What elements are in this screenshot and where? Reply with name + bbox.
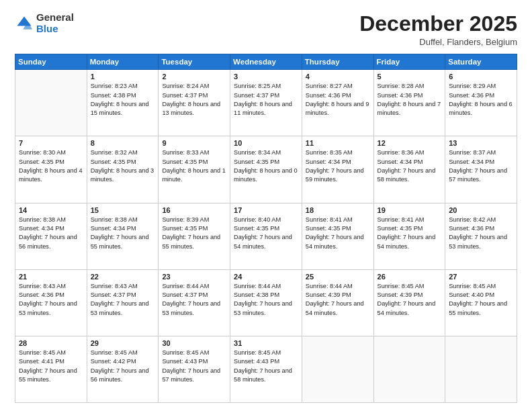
logo-blue-text: Blue	[36, 24, 74, 35]
day-info: Sunrise: 8:41 AM Sunset: 4:35 PM Dayligh…	[306, 216, 370, 251]
table-row: 13Sunrise: 8:37 AM Sunset: 4:34 PM Dayli…	[445, 136, 517, 203]
day-info: Sunrise: 8:33 AM Sunset: 4:35 PM Dayligh…	[162, 148, 226, 184]
table-row: 19Sunrise: 8:41 AM Sunset: 4:35 PM Dayli…	[373, 203, 445, 269]
table-row: 7Sunrise: 8:30 AM Sunset: 4:35 PM Daylig…	[15, 136, 87, 203]
col-tuesday: Tuesday	[159, 54, 230, 70]
day-number: 16	[162, 206, 226, 214]
day-info: Sunrise: 8:39 AM Sunset: 4:35 PM Dayligh…	[162, 216, 226, 251]
day-number: 15	[91, 206, 155, 214]
day-number: 24	[234, 273, 298, 281]
day-info: Sunrise: 8:35 AM Sunset: 4:34 PM Dayligh…	[306, 148, 370, 184]
table-row: 11Sunrise: 8:35 AM Sunset: 4:34 PM Dayli…	[302, 136, 373, 203]
table-row: 12Sunrise: 8:36 AM Sunset: 4:34 PM Dayli…	[373, 136, 445, 203]
table-row: 26Sunrise: 8:45 AM Sunset: 4:39 PM Dayli…	[373, 269, 445, 336]
table-row: 14Sunrise: 8:38 AM Sunset: 4:34 PM Dayli…	[15, 203, 87, 269]
day-number: 25	[306, 273, 370, 281]
day-number: 18	[306, 206, 370, 214]
day-number: 29	[91, 339, 155, 347]
day-number: 8	[91, 139, 155, 147]
table-row: 5Sunrise: 8:28 AM Sunset: 4:36 PM Daylig…	[373, 70, 445, 136]
table-row: 17Sunrise: 8:40 AM Sunset: 4:35 PM Dayli…	[230, 203, 302, 269]
day-info: Sunrise: 8:45 AM Sunset: 4:42 PM Dayligh…	[91, 349, 155, 384]
day-info: Sunrise: 8:45 AM Sunset: 4:43 PM Dayligh…	[234, 349, 298, 384]
day-number: 26	[378, 273, 442, 281]
table-row: 8Sunrise: 8:32 AM Sunset: 4:35 PM Daylig…	[87, 136, 159, 203]
day-number: 28	[19, 339, 83, 347]
table-row: 3Sunrise: 8:25 AM Sunset: 4:37 PM Daylig…	[230, 70, 302, 136]
table-row: 30Sunrise: 8:45 AM Sunset: 4:43 PM Dayli…	[159, 336, 230, 402]
table-row: 6Sunrise: 8:29 AM Sunset: 4:36 PM Daylig…	[445, 70, 517, 136]
day-number: 23	[162, 273, 226, 281]
table-row: 15Sunrise: 8:38 AM Sunset: 4:34 PM Dayli…	[87, 203, 159, 269]
day-info: Sunrise: 8:45 AM Sunset: 4:39 PM Dayligh…	[378, 282, 442, 318]
table-row: 20Sunrise: 8:42 AM Sunset: 4:36 PM Dayli…	[445, 203, 517, 269]
day-number: 14	[19, 206, 83, 214]
day-number: 31	[234, 339, 298, 347]
day-info: Sunrise: 8:30 AM Sunset: 4:35 PM Dayligh…	[19, 148, 83, 184]
day-info: Sunrise: 8:28 AM Sunset: 4:36 PM Dayligh…	[378, 82, 442, 118]
day-number: 19	[378, 206, 442, 214]
table-row	[15, 70, 87, 136]
page: General Blue December 2025 Duffel, Fland…	[0, 0, 532, 411]
logo-text: General Blue	[36, 12, 74, 34]
table-row: 23Sunrise: 8:44 AM Sunset: 4:37 PM Dayli…	[159, 269, 230, 336]
col-sunday: Sunday	[15, 54, 87, 70]
day-info: Sunrise: 8:43 AM Sunset: 4:36 PM Dayligh…	[19, 282, 83, 318]
day-info: Sunrise: 8:32 AM Sunset: 4:35 PM Dayligh…	[91, 148, 155, 184]
day-info: Sunrise: 8:34 AM Sunset: 4:35 PM Dayligh…	[234, 148, 298, 184]
table-row: 1Sunrise: 8:23 AM Sunset: 4:38 PM Daylig…	[87, 70, 159, 136]
day-number: 10	[234, 139, 298, 147]
logo: General Blue	[15, 12, 74, 34]
table-row: 27Sunrise: 8:45 AM Sunset: 4:40 PM Dayli…	[445, 269, 517, 336]
day-info: Sunrise: 8:27 AM Sunset: 4:36 PM Dayligh…	[306, 82, 370, 118]
col-friday: Friday	[373, 54, 445, 70]
day-info: Sunrise: 8:44 AM Sunset: 4:37 PM Dayligh…	[162, 282, 226, 318]
month-title: December 2025	[359, 12, 517, 36]
day-info: Sunrise: 8:24 AM Sunset: 4:37 PM Dayligh…	[162, 82, 226, 118]
day-info: Sunrise: 8:29 AM Sunset: 4:36 PM Dayligh…	[449, 82, 513, 118]
day-number: 2	[162, 73, 226, 81]
day-number: 20	[449, 206, 513, 214]
day-number: 21	[19, 273, 83, 281]
day-number: 9	[162, 139, 226, 147]
location: Duffel, Flanders, Belgium	[359, 37, 517, 47]
day-number: 17	[234, 206, 298, 214]
day-number: 5	[378, 73, 442, 81]
calendar-week-row: 28Sunrise: 8:45 AM Sunset: 4:41 PM Dayli…	[15, 336, 517, 402]
col-thursday: Thursday	[302, 54, 373, 70]
day-info: Sunrise: 8:38 AM Sunset: 4:34 PM Dayligh…	[19, 216, 83, 251]
day-number: 12	[378, 139, 442, 147]
header: General Blue December 2025 Duffel, Fland…	[15, 12, 517, 47]
table-row	[302, 336, 373, 402]
day-number: 1	[91, 73, 155, 81]
day-info: Sunrise: 8:42 AM Sunset: 4:36 PM Dayligh…	[449, 216, 513, 251]
day-info: Sunrise: 8:43 AM Sunset: 4:37 PM Dayligh…	[91, 282, 155, 318]
day-info: Sunrise: 8:45 AM Sunset: 4:40 PM Dayligh…	[449, 282, 513, 318]
table-row: 21Sunrise: 8:43 AM Sunset: 4:36 PM Dayli…	[15, 269, 87, 336]
day-info: Sunrise: 8:23 AM Sunset: 4:38 PM Dayligh…	[91, 82, 155, 118]
day-number: 22	[91, 273, 155, 281]
day-number: 3	[234, 73, 298, 81]
table-row: 2Sunrise: 8:24 AM Sunset: 4:37 PM Daylig…	[159, 70, 230, 136]
day-info: Sunrise: 8:44 AM Sunset: 4:38 PM Dayligh…	[234, 282, 298, 318]
calendar-week-row: 7Sunrise: 8:30 AM Sunset: 4:35 PM Daylig…	[15, 136, 517, 203]
table-row: 10Sunrise: 8:34 AM Sunset: 4:35 PM Dayli…	[230, 136, 302, 203]
table-row: 18Sunrise: 8:41 AM Sunset: 4:35 PM Dayli…	[302, 203, 373, 269]
col-saturday: Saturday	[445, 54, 517, 70]
day-number: 13	[449, 139, 513, 147]
table-row: 4Sunrise: 8:27 AM Sunset: 4:36 PM Daylig…	[302, 70, 373, 136]
table-row: 31Sunrise: 8:45 AM Sunset: 4:43 PM Dayli…	[230, 336, 302, 402]
table-row: 9Sunrise: 8:33 AM Sunset: 4:35 PM Daylig…	[159, 136, 230, 203]
table-row	[445, 336, 517, 402]
day-info: Sunrise: 8:38 AM Sunset: 4:34 PM Dayligh…	[91, 216, 155, 251]
table-row	[373, 336, 445, 402]
day-number: 30	[162, 339, 226, 347]
col-wednesday: Wednesday	[230, 54, 302, 70]
calendar-week-row: 14Sunrise: 8:38 AM Sunset: 4:34 PM Dayli…	[15, 203, 517, 269]
table-row: 24Sunrise: 8:44 AM Sunset: 4:38 PM Dayli…	[230, 269, 302, 336]
calendar-week-row: 21Sunrise: 8:43 AM Sunset: 4:36 PM Dayli…	[15, 269, 517, 336]
logo-general-text: General	[36, 12, 74, 24]
day-number: 7	[19, 139, 83, 147]
table-row: 29Sunrise: 8:45 AM Sunset: 4:42 PM Dayli…	[87, 336, 159, 402]
table-row: 22Sunrise: 8:43 AM Sunset: 4:37 PM Dayli…	[87, 269, 159, 336]
